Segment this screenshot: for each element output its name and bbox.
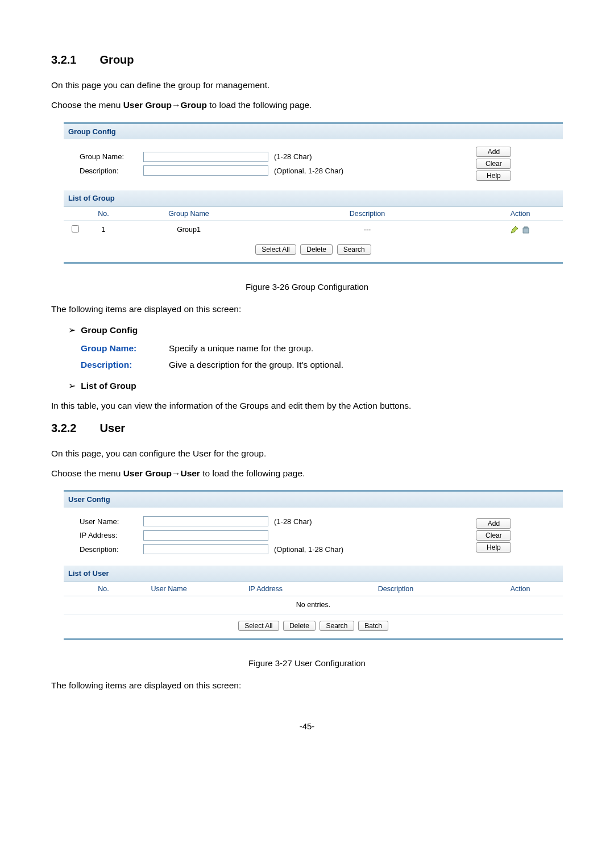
defn-head-text: List of Group [81, 381, 136, 391]
col-no: No. [86, 584, 121, 595]
cell-no: 1 [86, 225, 121, 235]
user-description-input[interactable] [143, 544, 268, 554]
triangle-icon: ➢ [68, 379, 78, 392]
search-button[interactable]: Search [320, 621, 354, 631]
col-action: Action [478, 209, 563, 219]
group-config-panel: Group Config Group Name: (1-28 Char) Des… [64, 122, 563, 264]
col-no: No. [86, 209, 121, 219]
section-heading-group: 3.2.1 Group [51, 51, 563, 68]
defn-group-config: ➢ Group Config [68, 323, 563, 337]
user-config-panel: User Config User Name: (1-28 Char) IP Ad… [64, 490, 563, 640]
hint-user-description: (Optional, 1-28 Char) [268, 544, 343, 555]
defn-list-group: ➢ List of Group [68, 379, 563, 392]
select-all-button[interactable]: Select All [255, 244, 296, 255]
choose-menu-group: Choose the menu User Group→Group to load… [51, 98, 563, 111]
explain-lead-1: The following items are displayed on thi… [51, 302, 563, 315]
choose-prefix: Choose the menu [51, 468, 123, 478]
col-ip: IP Address [217, 584, 314, 595]
hint-group-name: (1-28 Char) [268, 151, 312, 163]
section-heading-user: 3.2.2 User [51, 420, 563, 437]
text-group-name: Specify a unique name for the group. [169, 342, 313, 355]
choose-prefix: Choose the menu [51, 100, 123, 110]
add-button[interactable]: Add [476, 518, 511, 529]
group-description-input[interactable] [143, 165, 268, 176]
defn-head-text: Group Config [81, 325, 138, 335]
add-button[interactable]: Add [476, 147, 511, 157]
intro-text-user: On this page, you can configure the User… [51, 447, 563, 460]
panel-header-list-user: List of User [64, 566, 563, 582]
explain-lead-2: The following items are displayed on thi… [51, 679, 563, 692]
cell-desc: --- [257, 225, 478, 235]
delete-button[interactable]: Delete [283, 621, 316, 631]
group-table-header: No. Group Name Description Action [64, 206, 563, 222]
panel-header-list-group: List of Group [64, 190, 563, 206]
help-button[interactable]: Help [476, 171, 511, 181]
col-desc: Description [257, 209, 478, 219]
label-group-name: Group Name: [69, 151, 143, 163]
choose-menu-user: Choose the menu User Group→User to load … [51, 467, 563, 480]
hint-user-name: (1-28 Char) [268, 516, 312, 528]
delete-button[interactable]: Delete [300, 244, 333, 255]
figure-caption-user: Figure 3-27 User Configuration [51, 657, 563, 670]
group-name-input[interactable] [143, 152, 268, 162]
cell-name: Group1 [121, 225, 257, 235]
delete-icon[interactable] [521, 226, 530, 234]
col-user-name: User Name [121, 584, 217, 595]
choose-suffix: to load the following page. [200, 468, 305, 478]
row-checkbox[interactable] [72, 225, 79, 232]
clear-button[interactable]: Clear [476, 159, 511, 169]
section-number: 3.2.2 [51, 420, 97, 437]
panel-header-group-config: Group Config [64, 124, 563, 140]
figure-caption-group: Figure 3-26 Group Configuration [51, 281, 563, 294]
choose-path: User Group→User [123, 468, 200, 478]
triangle-icon: ➢ [68, 323, 78, 337]
help-button[interactable]: Help [476, 542, 511, 553]
col-action: Action [478, 584, 563, 595]
label-user-description: Description: [69, 544, 143, 555]
intro-text-group: On this page you can define the group fo… [51, 78, 563, 92]
no-entries-text: No entries. [64, 596, 563, 614]
label-description: Description: [69, 165, 143, 177]
choose-suffix: to load the following page. [207, 100, 312, 110]
edit-icon[interactable] [510, 226, 521, 234]
term-group-name: Group Name: [81, 342, 169, 355]
batch-button[interactable]: Batch [358, 621, 388, 631]
section-title: User [100, 422, 125, 434]
panel-header-user-config: User Config [64, 492, 563, 508]
clear-button[interactable]: Clear [476, 530, 511, 541]
hint-description: (Optional, 1-28 Char) [268, 165, 343, 177]
user-name-input[interactable] [143, 516, 268, 526]
choose-path: User Group→Group [123, 100, 207, 110]
select-all-button[interactable]: Select All [238, 621, 279, 631]
section-number: 3.2.1 [51, 51, 97, 68]
search-button[interactable]: Search [337, 244, 371, 255]
section-title: Group [100, 53, 134, 66]
ip-address-input[interactable] [143, 530, 268, 541]
page-number: -45- [51, 720, 563, 733]
col-group-name: Group Name [121, 209, 257, 219]
list-group-text: In this table, you can view the informat… [51, 399, 563, 412]
text-description: Give a description for the group. It's o… [169, 358, 343, 371]
term-description: Description: [81, 358, 169, 371]
col-desc: Description [314, 584, 478, 595]
label-user-name: User Name: [69, 516, 143, 528]
group-table-row: 1 Group1 --- [64, 221, 563, 238]
user-table-header: No. User Name IP Address Description Act… [64, 582, 563, 597]
label-ip: IP Address: [69, 530, 143, 541]
